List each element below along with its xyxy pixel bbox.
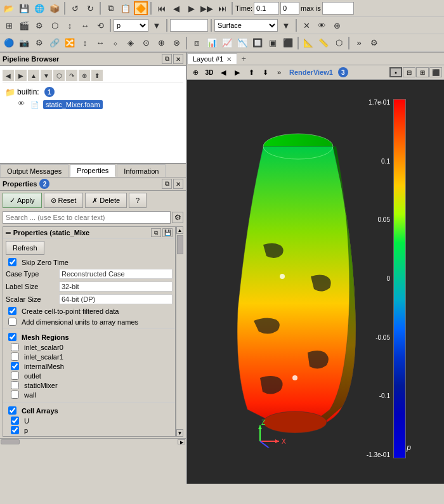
t3-22[interactable]: ⬡ xyxy=(332,36,346,50)
tab-output-messages[interactable]: Output Messages xyxy=(0,164,69,177)
pipe-tb-8[interactable]: ⬆ xyxy=(91,70,103,81)
view-single-btn[interactable]: ▪ xyxy=(389,67,402,77)
t3-2[interactable]: 📷 xyxy=(17,36,31,50)
render-tb-2[interactable]: ◀ xyxy=(217,66,230,79)
eye-icon[interactable]: 👁 xyxy=(18,100,28,110)
pipe-tb-5[interactable]: ⬡ xyxy=(53,70,65,81)
view5-btn[interactable]: ↕ xyxy=(63,18,77,32)
help-button[interactable]: ? xyxy=(129,193,147,208)
pipe-tb-4[interactable]: ▼ xyxy=(41,70,52,81)
t3-6[interactable]: ↕ xyxy=(78,36,92,50)
render-tb-3[interactable]: ▶ xyxy=(231,66,244,79)
apply-button[interactable]: ✓ Apply xyxy=(3,193,42,208)
pipe-tb-2[interactable]: ▶ xyxy=(15,70,27,81)
view-split-v-btn[interactable]: ⊞ xyxy=(416,67,429,77)
scroll-thumb[interactable] xyxy=(177,235,183,254)
view-split-h-btn[interactable]: ⊟ xyxy=(403,67,415,77)
save-btn[interactable]: 💾 xyxy=(17,1,31,15)
t3-5[interactable]: 🔀 xyxy=(63,36,77,50)
tab-properties[interactable]: Properties xyxy=(70,164,115,177)
t3-7[interactable]: ↔ xyxy=(93,36,107,50)
light-btn[interactable]: ✕ xyxy=(299,18,313,32)
active-tool-btn[interactable]: 🔶 xyxy=(134,1,148,15)
skip-zero-time-checkbox[interactable] xyxy=(8,258,16,266)
scrollbar-h-thumb[interactable] xyxy=(1,439,20,444)
pipe-tb-6[interactable]: ↷ xyxy=(66,70,77,81)
search-input[interactable] xyxy=(3,211,171,224)
cell-p-checkbox[interactable] xyxy=(11,426,19,434)
view1-btn[interactable]: ⊞ xyxy=(2,18,16,32)
t3-17[interactable]: 🔲 xyxy=(251,36,264,50)
t3-more[interactable]: » xyxy=(352,36,366,50)
layout-tab-1[interactable]: Layout #1 ✕ xyxy=(187,53,237,64)
render-tb-1[interactable]: ⊕ xyxy=(189,66,202,79)
filter-input[interactable] xyxy=(170,19,208,32)
mesh-static-mixer-checkbox[interactable] xyxy=(11,381,19,389)
surface-down-btn[interactable]: ▼ xyxy=(279,18,293,32)
reset-btn[interactable]: ↺ xyxy=(68,1,82,15)
props-close-btn[interactable]: ✕ xyxy=(173,179,183,189)
skip-end-btn[interactable]: ⏭ xyxy=(215,1,229,15)
mesh-inlet-scalar1-checkbox[interactable] xyxy=(11,352,19,361)
globe-btn[interactable]: 🌐 xyxy=(32,1,46,15)
t3-1[interactable]: 🔵 xyxy=(2,36,16,50)
t3-14[interactable]: 📊 xyxy=(205,36,219,50)
pipeline-float-btn[interactable]: ⧉ xyxy=(162,54,172,64)
pipe-tb-7[interactable]: ⊕ xyxy=(79,70,90,81)
t3-12[interactable]: ⊗ xyxy=(169,36,183,50)
scroll-down-btn[interactable]: ▼ xyxy=(176,429,183,437)
t3-13[interactable]: ⧈ xyxy=(190,36,204,50)
render-canvas[interactable]: X Z Y 1.7e-01 0.1 xyxy=(187,80,444,484)
layout-tab-close[interactable]: ✕ xyxy=(226,56,232,63)
view6-btn[interactable]: ↔ xyxy=(78,18,92,32)
pipeline-file[interactable]: static_Mixer.foam xyxy=(43,100,103,109)
t3-settings[interactable]: ⚙ xyxy=(367,36,381,50)
render-tb-4[interactable]: ⬆ xyxy=(245,66,258,79)
view3-btn[interactable]: ⚙ xyxy=(32,18,46,32)
props-save-btn[interactable]: 💾 xyxy=(162,228,173,237)
scrollbar-h[interactable]: ▶ xyxy=(0,438,186,444)
time-step-input[interactable] xyxy=(280,2,299,15)
eye-btn[interactable]: 👁 xyxy=(315,18,329,32)
search-gear-btn[interactable]: ⚙ xyxy=(172,212,183,223)
view7-btn[interactable]: ⟲ xyxy=(93,18,107,32)
mesh-outlet-checkbox[interactable] xyxy=(11,372,19,380)
t3-8[interactable]: ⬦ xyxy=(108,36,122,50)
cube-btn[interactable]: 📦 xyxy=(48,1,62,15)
search-down-btn[interactable]: ▼ xyxy=(150,18,164,32)
time-max-input[interactable] xyxy=(322,2,354,15)
view4-btn[interactable]: ⬡ xyxy=(48,18,62,32)
search-select[interactable]: p xyxy=(114,19,148,32)
delete-button[interactable]: ✗ Delete xyxy=(85,193,127,208)
t3-16[interactable]: 📉 xyxy=(235,36,249,50)
cell-arrays-all-checkbox[interactable] xyxy=(8,406,16,415)
t3-11[interactable]: ⊕ xyxy=(154,36,168,50)
render-tb-5[interactable]: ⬇ xyxy=(259,66,271,79)
surface-select[interactable]: Surface xyxy=(214,19,278,32)
cell-to-point-checkbox[interactable] xyxy=(8,307,16,315)
refresh-button[interactable]: Refresh xyxy=(6,241,44,255)
pipe-tb-3[interactable]: ▲ xyxy=(28,70,39,81)
t3-3[interactable]: ⚙ xyxy=(32,36,46,50)
t3-21[interactable]: 📏 xyxy=(317,36,330,50)
mesh-inlet-scalar0-checkbox[interactable] xyxy=(11,343,19,351)
render-more[interactable]: » xyxy=(273,66,285,79)
copy-btn[interactable]: ⧉ xyxy=(103,1,117,15)
render-3d-btn[interactable]: 3D xyxy=(203,66,216,79)
t3-15[interactable]: 📈 xyxy=(220,36,234,50)
paste-btn[interactable]: 📋 xyxy=(119,1,133,15)
props-float-btn[interactable]: ⧉ xyxy=(162,179,172,189)
dimensional-units-checkbox[interactable] xyxy=(8,318,16,326)
open-btn[interactable]: 📂 xyxy=(2,1,16,15)
mesh-internal-mesh-checkbox[interactable] xyxy=(11,362,19,370)
t3-9[interactable]: ◈ xyxy=(124,36,138,50)
play-btn[interactable]: ▶ xyxy=(185,1,199,15)
next-btn[interactable]: ▶▶ xyxy=(200,1,214,15)
t3-4[interactable]: 🔗 xyxy=(48,36,62,50)
t3-18[interactable]: ▣ xyxy=(266,36,280,50)
tab-information[interactable]: Information xyxy=(117,164,166,177)
prev-btn[interactable]: ◀ xyxy=(169,1,183,15)
reset-button[interactable]: ⊘ Reset xyxy=(44,193,84,208)
mesh-regions-all-checkbox[interactable] xyxy=(8,333,16,341)
extra-btn[interactable]: ⊕ xyxy=(330,18,344,32)
